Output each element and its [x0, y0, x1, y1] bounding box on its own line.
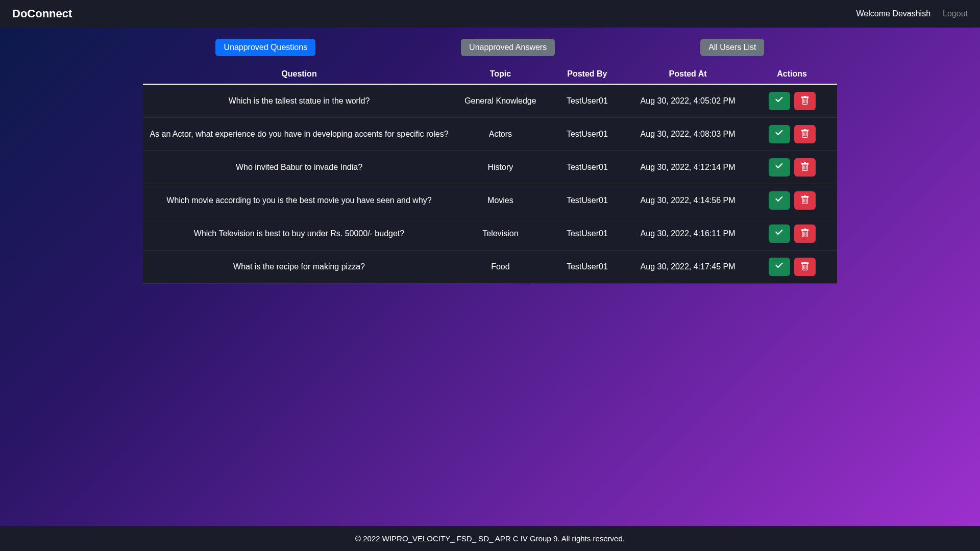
cell-question: Who invited Babur to invade India? [143, 151, 455, 184]
approve-button[interactable] [769, 92, 790, 110]
cell-topic: History [455, 151, 546, 184]
cell-topic: Television [455, 217, 546, 251]
approve-button[interactable] [769, 224, 790, 243]
table-row: Which movie according to you is the best… [143, 184, 837, 217]
navbar: DoConnect Welcome Devashish Logout [0, 0, 980, 28]
tab-unapproved-questions[interactable]: Unapproved Questions [215, 39, 315, 56]
cell-topic: General Knowledge [455, 84, 546, 118]
footer-text: © 2022 WIPRO_VELOCITY_ FSD_ SD_ APR C IV… [355, 534, 625, 543]
cell-topic: Actors [455, 118, 546, 151]
check-icon [775, 96, 784, 107]
tab-unapproved-answers[interactable]: Unapproved Answers [461, 39, 555, 56]
trash-icon [800, 162, 810, 173]
header-question: Question [143, 64, 455, 84]
table-row: Which Television is best to buy under Rs… [143, 217, 837, 251]
tab-buttons: Unapproved Questions Unapproved Answers … [82, 28, 898, 64]
cell-topic: Food [455, 251, 546, 284]
header-posted-by: Posted By [546, 64, 629, 84]
brand-logo[interactable]: DoConnect [12, 7, 72, 20]
delete-button[interactable] [794, 92, 816, 110]
cell-posted-by: TestUser01 [546, 217, 629, 251]
cell-posted-at: Aug 30, 2022, 4:05:02 PM [629, 84, 747, 118]
check-icon [775, 162, 784, 173]
table-row: What is the recipe for making pizza? Foo… [143, 251, 837, 284]
cell-posted-at: Aug 30, 2022, 4:16:11 PM [629, 217, 747, 251]
welcome-text: Welcome Devashish [856, 9, 931, 18]
questions-table: Question Topic Posted By Posted At Actio… [143, 64, 837, 284]
cell-posted-by: TestUser01 [546, 251, 629, 284]
cell-question: Which Television is best to buy under Rs… [143, 217, 455, 251]
cell-actions [747, 151, 837, 184]
delete-button[interactable] [794, 258, 816, 276]
tab-all-users[interactable]: All Users List [700, 39, 764, 56]
approve-button[interactable] [769, 125, 790, 143]
cell-posted-by: TestUser01 [546, 118, 629, 151]
delete-button[interactable] [794, 158, 816, 177]
main-content: Unapproved Questions Unapproved Answers … [0, 28, 980, 526]
table-row: Which is the tallest statue in the world… [143, 84, 837, 118]
cell-question: What is the recipe for making pizza? [143, 251, 455, 284]
header-actions: Actions [747, 64, 837, 84]
logout-link[interactable]: Logout [943, 9, 968, 18]
cell-actions [747, 251, 837, 284]
cell-posted-by: TestUser01 [546, 151, 629, 184]
delete-button[interactable] [794, 191, 816, 210]
check-icon [775, 129, 784, 140]
cell-posted-at: Aug 30, 2022, 4:08:03 PM [629, 118, 747, 151]
cell-posted-by: TestUser01 [546, 184, 629, 217]
trash-icon [800, 129, 810, 140]
table-header-row: Question Topic Posted By Posted At Actio… [143, 64, 837, 84]
trash-icon [800, 262, 810, 272]
approve-button[interactable] [769, 158, 790, 177]
cell-question: Which movie according to you is the best… [143, 184, 455, 217]
cell-question: Which is the tallest statue in the world… [143, 84, 455, 118]
check-icon [775, 262, 784, 272]
trash-icon [800, 229, 810, 239]
delete-button[interactable] [794, 224, 816, 243]
footer: © 2022 WIPRO_VELOCITY_ FSD_ SD_ APR C IV… [0, 526, 980, 551]
header-topic: Topic [455, 64, 546, 84]
cell-actions [747, 84, 837, 118]
table-row: Who invited Babur to invade India? Histo… [143, 151, 837, 184]
nav-right: Welcome Devashish Logout [856, 9, 968, 18]
header-posted-at: Posted At [629, 64, 747, 84]
delete-button[interactable] [794, 125, 816, 143]
cell-actions [747, 217, 837, 251]
trash-icon [800, 195, 810, 206]
cell-posted-at: Aug 30, 2022, 4:17:45 PM [629, 251, 747, 284]
cell-actions [747, 118, 837, 151]
check-icon [775, 195, 784, 206]
table-row: As an Actor, what experience do you have… [143, 118, 837, 151]
cell-posted-at: Aug 30, 2022, 4:12:14 PM [629, 151, 747, 184]
cell-actions [747, 184, 837, 217]
cell-posted-by: TestUser01 [546, 84, 629, 118]
cell-posted-at: Aug 30, 2022, 4:14:56 PM [629, 184, 747, 217]
table-container: Question Topic Posted By Posted At Actio… [82, 64, 898, 284]
check-icon [775, 229, 784, 239]
approve-button[interactable] [769, 191, 790, 210]
trash-icon [800, 96, 810, 107]
cell-topic: Movies [455, 184, 546, 217]
approve-button[interactable] [769, 258, 790, 276]
cell-question: As an Actor, what experience do you have… [143, 118, 455, 151]
